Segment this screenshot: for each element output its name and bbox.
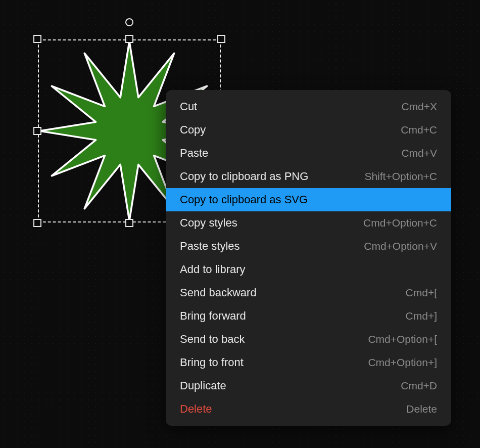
- menu-item-shortcut: Cmd+Option+[: [368, 333, 437, 345]
- menu-item-label: Delete: [180, 402, 212, 416]
- menu-item-label: Bring forward: [180, 309, 246, 323]
- menu-item-bring-to-front[interactable]: Bring to frontCmd+Option+]: [166, 351, 451, 374]
- resize-handle-tm[interactable]: [125, 35, 133, 43]
- menu-item-copy-styles[interactable]: Copy stylesCmd+Option+C: [166, 211, 451, 235]
- menu-item-label: Copy to clipboard as SVG: [180, 193, 308, 206]
- resize-handle-bm[interactable]: [125, 219, 133, 227]
- menu-item-delete[interactable]: DeleteDelete: [166, 397, 451, 421]
- menu-item-paste-styles[interactable]: Paste stylesCmd+Option+V: [166, 235, 451, 258]
- menu-item-add-to-library[interactable]: Add to library: [166, 258, 451, 281]
- menu-item-label: Bring to front: [180, 356, 244, 369]
- menu-item-duplicate[interactable]: DuplicateCmd+D: [166, 374, 451, 397]
- menu-item-bring-forward[interactable]: Bring forwardCmd+]: [166, 304, 451, 328]
- menu-item-send-to-back[interactable]: Send to backCmd+Option+[: [166, 328, 451, 351]
- menu-item-label: Copy styles: [180, 216, 237, 230]
- rotate-handle[interactable]: [125, 18, 133, 26]
- menu-item-label: Paste: [180, 147, 208, 160]
- menu-item-paste[interactable]: PasteCmd+V: [166, 142, 451, 165]
- menu-item-label: Send to back: [180, 333, 245, 346]
- menu-item-shortcut: Cmd+C: [401, 124, 437, 136]
- resize-handle-tr[interactable]: [217, 35, 225, 43]
- context-menu: CutCmd+XCopyCmd+CPasteCmd+VCopy to clipb…: [166, 90, 451, 426]
- menu-item-copy[interactable]: CopyCmd+C: [166, 118, 451, 142]
- menu-item-shortcut: Cmd+Option+C: [363, 217, 437, 229]
- menu-item-label: Add to library: [180, 263, 246, 276]
- menu-item-copy-to-clipboard-as-png[interactable]: Copy to clipboard as PNGShift+Option+C: [166, 165, 451, 188]
- menu-item-copy-to-clipboard-as-svg[interactable]: Copy to clipboard as SVG: [166, 188, 451, 211]
- menu-item-shortcut: Shift+Option+C: [364, 170, 437, 183]
- resize-handle-bl[interactable]: [33, 219, 41, 227]
- menu-item-shortcut: Delete: [406, 403, 437, 415]
- menu-item-label: Send backward: [180, 286, 257, 299]
- menu-item-shortcut: Cmd+[: [406, 287, 437, 299]
- menu-item-label: Cut: [180, 100, 197, 113]
- menu-item-send-backward[interactable]: Send backwardCmd+[: [166, 281, 451, 304]
- menu-item-shortcut: Cmd+Option+V: [364, 240, 437, 252]
- menu-item-shortcut: Cmd+Option+]: [368, 356, 437, 369]
- menu-item-cut[interactable]: CutCmd+X: [166, 95, 451, 118]
- menu-item-shortcut: Cmd+V: [401, 147, 437, 159]
- menu-item-shortcut: Cmd+]: [406, 310, 437, 322]
- resize-handle-tl[interactable]: [33, 35, 41, 43]
- menu-item-shortcut: Cmd+X: [401, 101, 437, 113]
- menu-item-label: Duplicate: [180, 379, 226, 392]
- menu-item-label: Copy: [180, 123, 206, 137]
- menu-item-label: Paste styles: [180, 240, 240, 253]
- resize-handle-ml[interactable]: [33, 127, 41, 135]
- menu-item-label: Copy to clipboard as PNG: [180, 170, 308, 183]
- menu-item-shortcut: Cmd+D: [401, 380, 437, 392]
